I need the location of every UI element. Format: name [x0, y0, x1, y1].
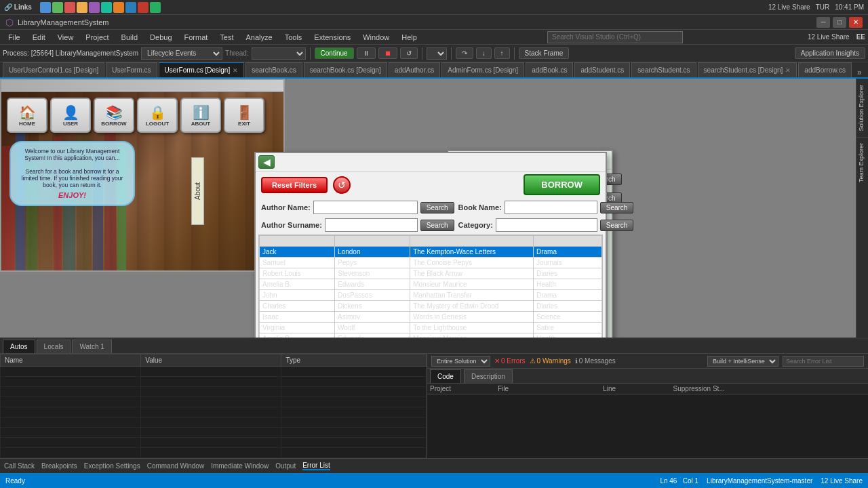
vs-search-input[interactable] [547, 31, 683, 43]
step-over-btn[interactable]: ↷ [456, 47, 473, 59]
stop-btn[interactable]: ⏹ [378, 47, 397, 59]
tab-overflow-btn[interactable]: » [853, 68, 866, 77]
menu-edit[interactable]: Edit [27, 32, 51, 43]
book-name-search-btn[interactable]: Search [600, 202, 634, 214]
menu-view[interactable]: View [52, 32, 79, 43]
table-row[interactable]: Robert LouisStevensonThe Black ArrowDiar… [260, 268, 602, 279]
menu-debug[interactable]: Debug [144, 32, 177, 43]
reset-filters-btn[interactable]: Reset Filters [261, 177, 328, 193]
table-row[interactable]: JohnDosPassosManhattan TransferDrama [260, 290, 602, 301]
menu-build[interactable]: Build [116, 32, 143, 43]
breakpoints-btn[interactable]: Breakpoints [41, 462, 77, 470]
app-icon-4[interactable] [77, 2, 87, 13]
tab-addbook[interactable]: addBook.cs [526, 62, 573, 77]
tab-description[interactable]: Description [464, 369, 513, 383]
tab-searchbook-cs[interactable]: searchBook.cs [245, 62, 302, 77]
minimize-btn[interactable]: ─ [816, 17, 830, 28]
maximize-btn[interactable]: □ [833, 17, 846, 28]
tab-addauthor[interactable]: addAuthor.cs [389, 62, 440, 77]
menu-tools[interactable]: Tools [279, 32, 308, 43]
tab-code[interactable]: Code [430, 369, 461, 383]
thread-select[interactable] [252, 47, 306, 60]
menu-file[interactable]: File [3, 32, 26, 43]
tab-usercontrol[interactable]: UserUserControl1.cs [Design] [3, 62, 104, 77]
output-btn[interactable]: Output [275, 462, 296, 470]
book-name-input[interactable] [505, 201, 597, 214]
solution-scope-select[interactable]: Entire Solution [431, 356, 490, 367]
solution-explorer-tab[interactable]: Solution Explorer [856, 79, 868, 137]
tab-autos[interactable]: Autos [3, 340, 35, 353]
tab-close-userform[interactable]: ✕ [233, 67, 238, 74]
table-row[interactable]: CharlesDickensThe Mystery of Edwin Drood… [260, 301, 602, 312]
tab-searchstudent[interactable]: searchStudent.cs [631, 62, 696, 77]
window-controls[interactable]: ─ □ ✕ [816, 17, 863, 28]
build-intellisense-select[interactable]: Build + IntelliSense [707, 356, 778, 367]
step-into-btn[interactable]: ↓ [476, 47, 492, 59]
step-out-btn[interactable]: ↑ [494, 47, 510, 59]
table-row[interactable]: SamuelPepysThe Concise PepysJournals [260, 258, 602, 268]
table-row[interactable]: Amelia B.EdwardsMonsieur MauriceHealth [260, 279, 602, 290]
app-icon-3[interactable] [64, 2, 75, 13]
lifecycle-events-select[interactable]: Lifecycle Events [141, 47, 222, 60]
app-icon-10[interactable] [150, 2, 161, 13]
application-insights-btn[interactable]: Application Insights [795, 47, 865, 59]
immediate-window-btn[interactable]: Immediate Window [211, 462, 269, 470]
menu-extensions[interactable]: Extensions [309, 32, 356, 43]
app-icon-8[interactable] [125, 2, 136, 13]
borrow-button[interactable]: 📚 BORROW [94, 98, 134, 133]
team-explorer-tab[interactable]: Team Explorer [856, 137, 868, 188]
about-button[interactable]: ℹ️ ABOUT [180, 98, 221, 133]
table-row[interactable]: JackLondonThe Kempton-Wace LettersDrama [260, 247, 602, 258]
menu-window[interactable]: Window [357, 32, 395, 43]
tab-addstudent[interactable]: addStudent.cs [574, 62, 630, 77]
app-icon-2[interactable] [52, 2, 63, 13]
tab-addborrow[interactable]: addBorrow.cs [798, 62, 852, 77]
live-share-btn[interactable]: 12 Live Share [808, 33, 850, 41]
app-icon-9[interactable] [138, 2, 149, 13]
pause-btn[interactable]: ⏸ [357, 47, 376, 59]
exception-settings-btn[interactable]: Exception Settings [84, 462, 140, 470]
stack-frame-btn[interactable]: Stack Frame [519, 47, 570, 59]
author-surname-input[interactable] [325, 218, 418, 232]
menu-project[interactable]: Project [80, 32, 114, 43]
home-button[interactable]: 🏠 HOME [7, 98, 47, 133]
app-icon-5[interactable] [89, 2, 100, 13]
callstack-btn[interactable]: Call Stack [4, 462, 35, 470]
tab-watch1[interactable]: Watch 1 [72, 340, 111, 353]
logout-button[interactable]: 🔒 LOGOUT [137, 98, 178, 133]
restart-btn[interactable]: ↺ [400, 47, 418, 59]
tab-userform-design[interactable]: UserForm.cs [Design] ✕ [159, 62, 245, 77]
table-row[interactable]: IsaacAsimovWords in GenesisScience [260, 312, 602, 323]
table-row[interactable]: Amelia B.EdwardsMonsieur MauriceHealth [260, 333, 602, 338]
tab-locals[interactable]: Locals [37, 340, 71, 353]
error-list-btn[interactable]: Error List [302, 462, 330, 470]
tab-searchbook-design[interactable]: searchBook.cs [Design] [304, 62, 387, 77]
user-button[interactable]: 👤 USER [50, 98, 91, 133]
search-error-list-input[interactable] [783, 356, 864, 367]
continue-btn[interactable]: Continue [315, 47, 354, 59]
tab-userform-cs[interactable]: UserForm.cs [106, 62, 157, 77]
author-name-input[interactable] [313, 201, 418, 214]
category-search-btn[interactable]: Search [600, 220, 634, 231]
menu-test[interactable]: Test [214, 32, 239, 43]
reset-icon-btn[interactable]: ↺ [333, 176, 351, 194]
app-icon-7[interactable] [113, 2, 124, 13]
app-icon-6[interactable] [101, 2, 112, 13]
exit-button[interactable]: 🚪 EXIT [224, 98, 264, 133]
menu-format[interactable]: Format [179, 32, 214, 43]
command-window-btn[interactable]: Command Window [147, 462, 204, 470]
cpu-select[interactable]: Any CPU [427, 47, 447, 60]
close-btn[interactable]: ✕ [849, 17, 863, 28]
tab-searchstudent-design[interactable]: searchStudent.cs [Design] ✕ [698, 62, 797, 77]
tab-close-searchstudent[interactable]: ✕ [785, 67, 791, 74]
category-input[interactable] [496, 218, 597, 232]
borrow-btn[interactable]: BORROW [524, 174, 600, 195]
author-surname-search-btn[interactable]: Search [420, 220, 454, 231]
table-row[interactable]: VirginiaWoolfTo the LighthouseSatire [260, 323, 602, 333]
menu-help[interactable]: Help [396, 32, 422, 43]
tab-adminform[interactable]: AdminForm.cs [Design] [441, 62, 524, 77]
app-icon-1[interactable] [40, 2, 51, 13]
author-name-search-btn[interactable]: Search [420, 202, 454, 214]
menu-analyze[interactable]: Analyze [241, 32, 278, 43]
searchbook-back-btn[interactable]: ◀ [258, 155, 275, 169]
